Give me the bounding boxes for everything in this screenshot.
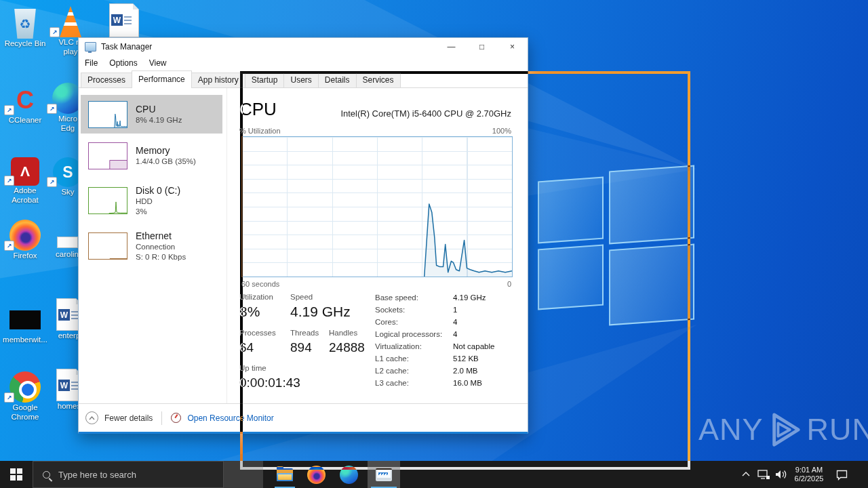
sidebar-item-disk[interactable]: Disk 0 (C:) HDD 3% bbox=[81, 179, 222, 222]
processes-value: 64 bbox=[239, 340, 254, 355]
tab-performance[interactable]: Performance bbox=[132, 70, 192, 88]
detail-row: Sockets:1 bbox=[375, 306, 528, 314]
shortcut-arrow-icon: ↗ bbox=[47, 177, 57, 187]
task-manager-footer: Fewer details Open Resource Monitor bbox=[79, 403, 528, 432]
windows-logo-pane bbox=[538, 245, 604, 310]
uptime-label: Up time bbox=[239, 364, 267, 372]
ccleaner-icon: C bbox=[16, 85, 34, 115]
windows-logo-wallpaper bbox=[538, 168, 698, 325]
maximize-button[interactable]: □ bbox=[467, 38, 497, 56]
tab-services[interactable]: Services bbox=[356, 73, 401, 87]
adobe-acrobat-icon: Λ bbox=[11, 157, 39, 186]
shortcut-arrow-icon: ↗ bbox=[4, 105, 14, 115]
shortcut-arrow-icon: ↗ bbox=[50, 27, 60, 37]
shortcut-arrow-icon: ↗ bbox=[4, 176, 14, 186]
detail-row: L3 cache:16.0 MB bbox=[375, 379, 528, 387]
tab-users[interactable]: Users bbox=[283, 73, 318, 87]
cpu-model-name: Intel(R) Core(TM) i5-6400 CPU @ 2.70GHz bbox=[340, 108, 511, 119]
taskbar-file-explorer[interactable] bbox=[271, 461, 298, 488]
anyrun-play-icon bbox=[768, 411, 802, 449]
task-manager-icon bbox=[376, 468, 392, 481]
footer-separator bbox=[161, 411, 162, 425]
window-title: Task Manager bbox=[101, 42, 152, 52]
open-resource-monitor-link[interactable]: Open Resource Monitor bbox=[187, 413, 273, 423]
network-icon bbox=[757, 461, 770, 488]
desktop-icon-word-document[interactable]: W bbox=[99, 2, 149, 37]
desktop-icon-memberwit[interactable]: memberwit... bbox=[0, 300, 50, 344]
speed-value: 4.19 GHz bbox=[290, 304, 351, 320]
anyrun-watermark: ANY RUN bbox=[698, 411, 868, 449]
tab-bar: Processes Performance App history Startu… bbox=[79, 70, 528, 88]
threads-label: Threads bbox=[290, 329, 319, 337]
close-button[interactable]: × bbox=[497, 38, 528, 56]
tab-app-history[interactable]: App history bbox=[191, 73, 245, 87]
taskbar-edge[interactable] bbox=[335, 461, 362, 488]
sidebar-item-ethernet[interactable]: Ethernet Connection S: 0 R: 0 Kbps bbox=[81, 224, 222, 268]
detail-row: Virtualization:Not capable bbox=[375, 342, 528, 350]
utilization-label: Utilization bbox=[239, 293, 273, 301]
shortcut-arrow-icon: ↗ bbox=[4, 392, 14, 403]
tray-time: 9:01 AM bbox=[788, 466, 830, 474]
task-manager-app-icon bbox=[85, 42, 96, 52]
watermark-text-any: ANY bbox=[698, 412, 764, 447]
handles-value: 24888 bbox=[329, 340, 365, 355]
cpu-panel: CPU Intel(R) Core(TM) i5-6400 CPU @ 2.70… bbox=[228, 88, 528, 404]
sidebar-item-cpu[interactable]: CPU 8% 4.19 GHz bbox=[81, 95, 222, 134]
menu-file[interactable]: File bbox=[85, 58, 98, 68]
action-center-icon bbox=[835, 461, 848, 488]
detail-row: L2 cache:2.0 MB bbox=[375, 367, 528, 375]
tab-processes[interactable]: Processes bbox=[81, 73, 132, 87]
panel-divider bbox=[226, 88, 227, 404]
desktop-icon-google-chrome[interactable]: ↗ Google Chrome bbox=[0, 367, 50, 422]
detail-row: Cores:4 bbox=[375, 318, 528, 326]
tab-details[interactable]: Details bbox=[318, 73, 357, 87]
chevron-up-icon bbox=[742, 461, 750, 488]
processes-label: Processes bbox=[239, 329, 276, 337]
recycle-bin-icon: ♻ bbox=[13, 9, 37, 39]
watermark-text-run: RUN bbox=[807, 412, 868, 447]
detail-row: L1 cache:512 KB bbox=[375, 354, 528, 363]
desktop-icon-recycle-bin[interactable]: ♻ Recycle Bin bbox=[0, 3, 50, 48]
tray-action-center[interactable] bbox=[835, 461, 856, 488]
search-icon bbox=[43, 471, 50, 479]
menu-bar: File Options View bbox=[79, 56, 528, 70]
tray-clock[interactable]: 9:01 AM 6/2/2025 bbox=[788, 461, 830, 488]
performance-sidebar: CPU 8% 4.19 GHz Memory 1.4/4.0 GB (35%) … bbox=[79, 88, 226, 404]
media-file-icon bbox=[9, 310, 41, 329]
tray-network[interactable] bbox=[757, 461, 774, 488]
tab-startup[interactable]: Startup bbox=[245, 73, 285, 87]
minimize-button[interactable]: — bbox=[436, 38, 467, 56]
y-axis-label: % Utilization bbox=[239, 127, 281, 135]
resource-monitor-icon bbox=[171, 413, 181, 423]
menu-view[interactable]: View bbox=[149, 58, 167, 68]
shortcut-arrow-icon: ↗ bbox=[4, 241, 14, 251]
chevron-up-icon bbox=[85, 411, 98, 424]
taskbar-firefox[interactable] bbox=[302, 461, 330, 488]
detail-row: Base speed:4.19 GHz bbox=[375, 293, 528, 302]
tray-show-hidden-icons[interactable] bbox=[742, 461, 755, 488]
taskbar-task-manager[interactable] bbox=[368, 461, 400, 488]
handles-label: Handles bbox=[329, 329, 357, 337]
uptime-value: 0:00:01:43 bbox=[239, 375, 300, 390]
fewer-details-button[interactable]: Fewer details bbox=[104, 413, 153, 423]
windows-logo-pane bbox=[609, 165, 694, 245]
menu-options[interactable]: Options bbox=[109, 58, 137, 68]
shortcut-arrow-icon: ↗ bbox=[47, 104, 57, 114]
taskbar-search[interactable] bbox=[33, 461, 224, 488]
edge-icon bbox=[340, 466, 358, 484]
vlc-icon bbox=[57, 6, 84, 37]
search-input[interactable] bbox=[57, 469, 209, 481]
word-document-icon: W bbox=[109, 3, 139, 37]
sidebar-item-memory[interactable]: Memory 1.4/4.0 GB (35%) bbox=[81, 136, 222, 176]
y-axis-max-label: 100% bbox=[492, 127, 511, 135]
speaker-icon bbox=[774, 461, 788, 488]
start-button[interactable] bbox=[0, 461, 33, 488]
cpu-panel-title: CPU bbox=[239, 99, 277, 120]
speed-label: Speed bbox=[290, 293, 313, 301]
tray-date: 6/2/2025 bbox=[788, 474, 830, 483]
windows-logo-pane bbox=[538, 177, 604, 244]
title-bar[interactable]: Task Manager — □ × bbox=[79, 38, 528, 56]
detail-row: Logical processors:4 bbox=[375, 330, 528, 338]
firefox-icon bbox=[307, 466, 326, 484]
taskbar-highlight-region bbox=[224, 461, 263, 488]
